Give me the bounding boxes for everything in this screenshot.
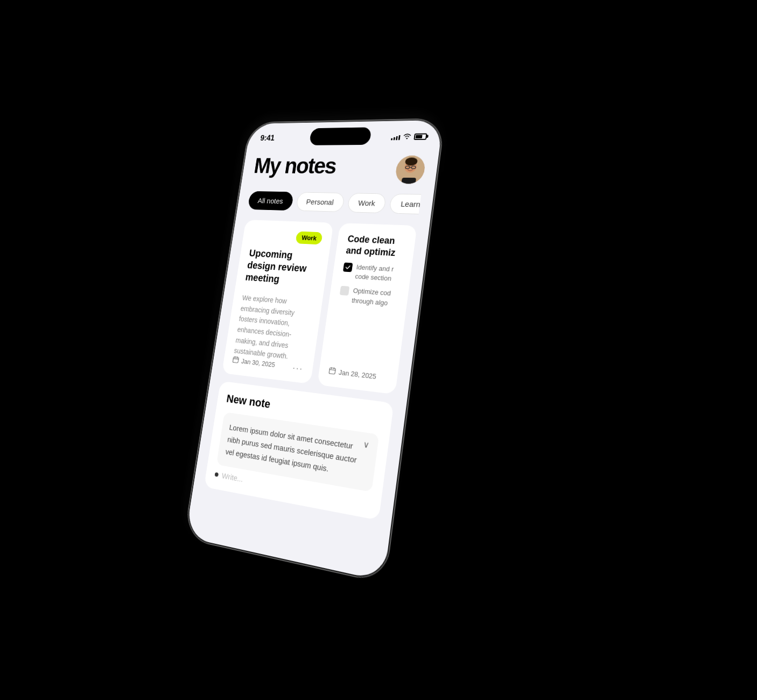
note-card-design-review[interactable]: Work Upcoming design review meeting We e… (222, 220, 334, 384)
checkbox-checked-1[interactable] (343, 262, 353, 272)
calendar-icon (232, 356, 240, 365)
mic-icon (214, 472, 219, 477)
notes-row: Work Upcoming design review meeting We e… (222, 220, 417, 395)
tab-work[interactable]: Work (347, 193, 387, 213)
checklist-item-1: Identify and r code section (342, 262, 402, 284)
svg-line-13 (330, 370, 335, 370)
new-note-section: New note ∨ Lorem ipsum dolor sit amet co… (204, 381, 394, 521)
note-title-2: Code clean and optimiz (345, 233, 405, 259)
status-time: 9:41 (260, 134, 275, 143)
svg-rect-12 (329, 368, 335, 374)
svg-line-9 (233, 359, 239, 359)
note-date-2: Jan 28, 2025 (328, 367, 377, 381)
note-card-code-clean[interactable]: Code clean and optimiz Identify and r co… (317, 223, 417, 395)
screen-content: My notes (185, 145, 440, 582)
wifi-icon (403, 132, 412, 141)
tab-all-notes[interactable]: All notes (248, 191, 294, 211)
note-more-button-1[interactable]: ··· (292, 362, 304, 375)
page-header: My notes (252, 153, 427, 184)
note-date-text-2: Jan 28, 2025 (338, 368, 377, 381)
status-icons (391, 132, 427, 141)
note-body-1: We explore how embracing diversity foste… (233, 293, 313, 365)
write-label: Write... (221, 471, 244, 484)
checklist-text-1: Identify and r code section (354, 263, 402, 284)
chevron-down-icon[interactable]: ∨ (362, 439, 370, 450)
new-note-body: Lorem ipsum dolor sit amet consectetur n… (225, 421, 370, 482)
battery-icon (413, 133, 427, 139)
avatar[interactable] (394, 156, 426, 184)
filter-tabs: All notes Personal Work Learning Co... (248, 191, 422, 214)
svg-rect-8 (233, 357, 239, 363)
signal-icon (391, 133, 401, 140)
phone-device: 9:41 (184, 118, 445, 583)
page-title: My notes (253, 153, 338, 178)
svg-rect-7 (401, 178, 416, 184)
tab-learning[interactable]: Learning (389, 194, 422, 214)
checkbox-unchecked-2[interactable] (340, 286, 350, 296)
checklist-text-2: Optimize cod through algo (351, 286, 398, 309)
tab-personal[interactable]: Personal (296, 192, 345, 212)
calendar-icon-2 (328, 367, 337, 376)
dynamic-island (309, 127, 372, 145)
checklist-item-2: Optimize cod through algo (339, 285, 398, 309)
note-tag-work: Work (296, 231, 323, 244)
